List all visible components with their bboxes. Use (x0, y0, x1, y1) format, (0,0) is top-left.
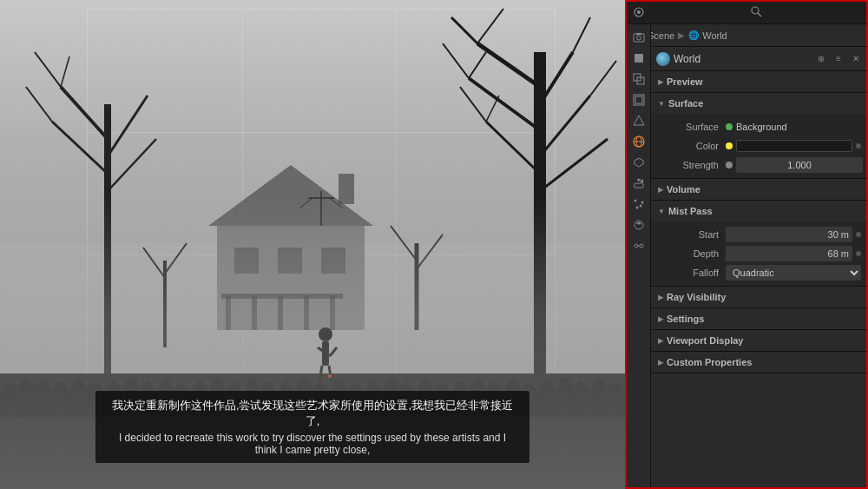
section-viewport-display-header[interactable]: ▶ Viewport Display (651, 330, 868, 351)
depth-value (726, 246, 861, 261)
ray-visibility-label: Ray Visibility (667, 292, 726, 302)
svg-line-31 (460, 87, 486, 122)
section-viewport-display: ▶ Viewport Display (651, 330, 868, 352)
section-volume-header[interactable]: ▶ Volume (651, 179, 868, 200)
section-mist-pass: ▼ Mist Pass Start Depth (651, 201, 868, 287)
falloff-label: Falloff (665, 268, 726, 278)
color-prop-row: Color (651, 136, 868, 155)
svg-line-30 (590, 61, 616, 96)
svg-line-38 (35, 52, 61, 87)
surface-value-text[interactable]: Background (736, 122, 787, 132)
breadcrumb: ⬛ Scene ▶ 🌐 World (627, 24, 868, 47)
sidebar-icons (627, 47, 651, 489)
section-settings: ▶ Settings (651, 308, 868, 330)
svg-point-79 (640, 244, 643, 248)
surface-dot (726, 123, 733, 130)
color-bar[interactable] (736, 140, 852, 152)
viewport-display-label: Viewport Display (667, 335, 743, 346)
section-volume: ▶ Volume (651, 179, 868, 201)
properties-panel: ⬛ Scene ▶ 🌐 World (625, 0, 868, 489)
section-settings-header[interactable]: ▶ Settings (651, 308, 868, 329)
section-ray-visibility: ▶ Ray Visibility (651, 287, 868, 308)
sidebar-icon-constraints[interactable] (629, 236, 648, 255)
svg-line-21 (469, 78, 540, 130)
world-new-btn[interactable]: ⊕ (814, 52, 828, 66)
breadcrumb-scene[interactable]: Scene (648, 30, 674, 41)
world-breadcrumb-icon: 🌐 (688, 30, 699, 40)
section-preview: ▶ Preview (651, 71, 868, 93)
strength-input[interactable] (736, 157, 863, 173)
world-header-actions: ⊕ ≡ ✕ (814, 52, 863, 66)
sidebar-icon-world[interactable] (629, 132, 648, 151)
volume-label: Volume (667, 184, 700, 195)
breadcrumb-world[interactable]: World (702, 30, 727, 41)
depth-end-dot (856, 251, 861, 256)
svg-line-32 (486, 96, 499, 122)
svg-rect-72 (635, 183, 643, 188)
settings-chevron: ▶ (658, 315, 663, 323)
world-browse-btn[interactable]: ≡ (832, 52, 845, 66)
svg-line-39 (61, 56, 69, 87)
sidebar-icon-output[interactable] (629, 69, 648, 89)
world-header-row: World ⊕ ≡ ✕ (651, 47, 868, 71)
sidebar-icon-view-layer[interactable] (629, 90, 648, 109)
section-mist-pass-header[interactable]: ▼ Mist Pass (651, 201, 868, 221)
svg-point-75 (635, 207, 638, 209)
falloff-value: Quadratic Linear Inverse Quadratic (726, 265, 861, 281)
svg-point-57 (752, 7, 759, 14)
world-sphere-icon (656, 52, 670, 66)
ray-visibility-chevron: ▶ (658, 294, 663, 301)
svg-rect-66 (635, 96, 642, 103)
svg-marker-67 (634, 116, 644, 125)
svg-line-24 (540, 139, 608, 191)
svg-line-19 (477, 43, 540, 87)
falloff-prop-row: Falloff Quadratic Linear Inverse Quadrat… (651, 263, 868, 282)
strength-label: Strength (665, 160, 726, 170)
svg-line-26 (477, 9, 503, 43)
viewport: 我决定重新制作这件作品,尝试发现这些艺术家所使用的设置,我想我已经非常接近了, … (0, 0, 625, 489)
section-preview-header[interactable]: ▶ Preview (651, 71, 868, 92)
sidebar-icon-particles[interactable] (629, 195, 648, 214)
subtitle-bar: 我决定重新制作这件作品,尝试发现这些艺术家所使用的设置,我想我已经非常接近了, … (95, 391, 529, 463)
svg-line-35 (108, 96, 148, 156)
sidebar-icon-physics[interactable] (629, 215, 648, 235)
sidebar-icon-scene[interactable] (629, 111, 648, 130)
mist-pass-chevron: ▼ (658, 208, 665, 215)
section-ray-visibility-header[interactable]: ▶ Ray Visibility (651, 287, 868, 307)
svg-rect-62 (635, 54, 643, 63)
sidebar-icon-modifier[interactable] (629, 174, 648, 193)
sidebar-icon-object[interactable] (629, 153, 648, 172)
panel-content: World ⊕ ≡ ✕ ▶ Preview ▼ Surface (651, 47, 868, 489)
volume-chevron: ▶ (658, 186, 663, 194)
preview-label: Preview (667, 76, 703, 87)
svg-line-28 (443, 43, 469, 78)
svg-line-34 (61, 87, 108, 139)
panel-search[interactable] (649, 6, 863, 17)
section-surface: ▼ Surface Surface Background Color (651, 93, 868, 179)
mist-pass-body: Start Depth (651, 221, 868, 286)
surface-chevron: ▼ (658, 100, 665, 108)
depth-input[interactable] (726, 246, 852, 261)
subtitle-english: I decided to recreate this work to try d… (109, 432, 516, 456)
surface-body: Surface Background Color (651, 114, 868, 178)
depth-prop-row: Depth (651, 244, 868, 263)
surface-prop-row: Surface Background (651, 117, 868, 136)
color-value (726, 140, 861, 152)
mist-pass-label: Mist Pass (668, 206, 713, 216)
color-dot (726, 142, 733, 149)
world-close-btn[interactable]: ✕ (849, 52, 863, 66)
sidebar-icon-render[interactable] (629, 49, 648, 68)
start-label: Start (665, 229, 726, 240)
svg-point-78 (635, 244, 638, 248)
svg-line-27 (573, 17, 590, 52)
svg-line-25 (451, 17, 477, 43)
svg-point-76 (639, 205, 641, 208)
section-custom-properties-header[interactable]: ▶ Custom Properties (651, 352, 868, 373)
svg-marker-71 (635, 158, 643, 167)
falloff-select[interactable]: Quadratic Linear Inverse Quadratic (726, 265, 861, 281)
preview-chevron: ▶ (658, 78, 663, 86)
world-label: World (674, 53, 811, 65)
section-surface-header[interactable]: ▼ Surface (651, 93, 868, 114)
strength-prop-row: Strength (651, 155, 868, 175)
start-input[interactable] (726, 227, 852, 242)
